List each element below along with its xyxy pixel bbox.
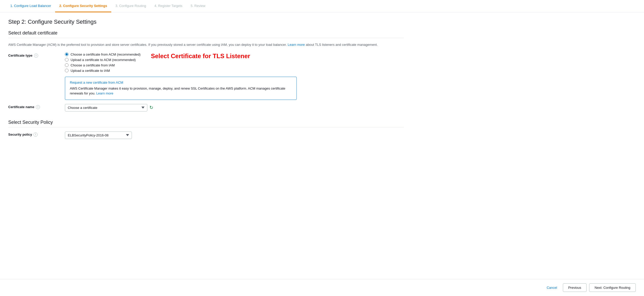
wizard-step-5[interactable]: 5. Review xyxy=(187,0,209,12)
radio-iam-upload[interactable]: Upload a certificate to IAM xyxy=(65,69,141,73)
cert-type-radio-group: Choose a certificate from ACM (recommend… xyxy=(65,53,141,73)
security-policy-section: Select Security Policy Security policy i… xyxy=(8,120,404,139)
security-section-title: Select Security Policy xyxy=(8,120,404,125)
wizard-step-3[interactable]: 3. Configure Routing xyxy=(111,0,150,12)
security-policy-label: Security policy i xyxy=(8,132,65,137)
cert-section-title: Select default certificate xyxy=(8,30,404,36)
section-divider-1 xyxy=(8,38,404,38)
refresh-icon[interactable]: ↻ xyxy=(149,105,153,110)
page-title: Step 2: Configure Security Settings xyxy=(8,19,404,25)
wizard-step-4[interactable]: 4. Register Targets xyxy=(150,0,187,12)
section-divider-2 xyxy=(8,127,404,127)
radio-acm-choose[interactable]: Choose a certificate from ACM (recommend… xyxy=(65,53,141,56)
radio-iam-choose-input[interactable] xyxy=(65,63,69,67)
cert-type-controls: Choose a certificate from ACM (recommend… xyxy=(65,53,250,73)
cert-name-control: Choose a certificate ↻ xyxy=(65,104,153,111)
description-text: AWS Certificate Manager (ACM) is the pre… xyxy=(8,42,404,47)
radio-acm-upload[interactable]: Upload a certificate to ACM (recommended… xyxy=(65,58,141,62)
cert-type-row: Certificate type i Choose a certificate … xyxy=(8,53,404,73)
radio-acm-choose-input[interactable] xyxy=(65,53,69,56)
acm-learn-more-link[interactable]: Learn more xyxy=(96,91,113,95)
wizard-step-2[interactable]: 2. Configure Security Settings xyxy=(55,0,111,12)
security-policy-row: Security policy i ELBSecurityPolicy-2016… xyxy=(8,132,404,139)
radio-iam-upload-input[interactable] xyxy=(65,69,69,72)
wizard-step-1[interactable]: 1. Configure Load Balancer xyxy=(6,0,55,12)
radio-acm-upload-input[interactable] xyxy=(65,58,69,62)
tooltip-banner: Select Certificate for TLS Listener xyxy=(151,53,250,60)
acm-info-box: Request a new certificate from ACM AWS C… xyxy=(65,77,297,100)
cert-type-label: Certificate type i xyxy=(8,53,65,58)
cert-name-select[interactable]: Choose a certificate xyxy=(65,104,147,111)
learn-more-link-header[interactable]: Learn more xyxy=(288,43,305,47)
security-policy-info-icon[interactable]: i xyxy=(33,133,38,137)
security-policy-select[interactable]: ELBSecurityPolicy-2016-08ELBSecurityPoli… xyxy=(65,132,132,139)
radio-iam-choose[interactable]: Choose a certificate from IAM xyxy=(65,63,141,67)
cert-name-label: Certificate name i xyxy=(8,104,65,109)
wizard-navigation: 1. Configure Load Balancer 2. Configure … xyxy=(0,0,644,12)
cert-name-info-icon[interactable]: i xyxy=(36,105,40,109)
cert-type-info-icon[interactable]: i xyxy=(34,54,38,58)
cert-name-row: Certificate name i Choose a certificate … xyxy=(8,104,404,111)
main-content: Step 2: Configure Security Settings Sele… xyxy=(0,12,412,149)
request-cert-link[interactable]: Request a new certificate from ACM xyxy=(70,81,292,84)
